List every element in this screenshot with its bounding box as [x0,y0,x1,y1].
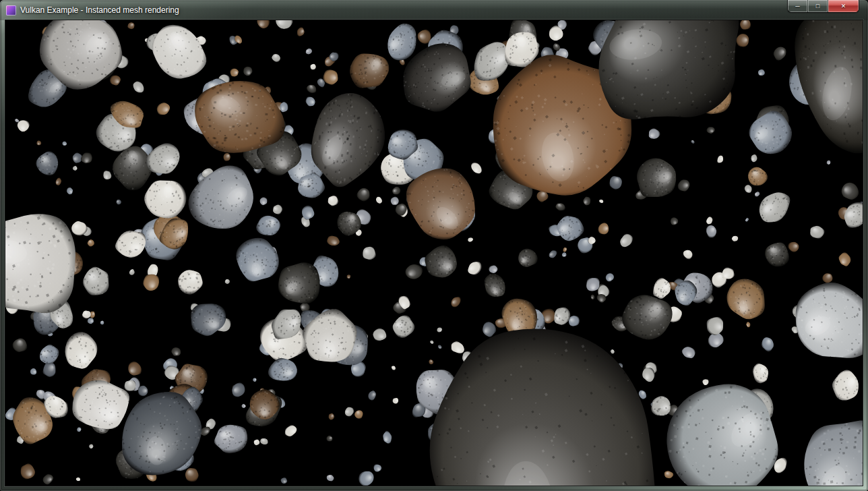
title-bar-left: Vulkan Example - Instanced mesh renderin… [0,5,179,16]
close-button[interactable]: ✕ [828,0,859,12]
render-viewport[interactable] [5,20,863,486]
window-controls: ─ □ ✕ [788,0,859,12]
minimize-button[interactable]: ─ [788,0,807,12]
app-icon [6,5,16,16]
viewport-frame [5,20,863,486]
app-window: Vulkan Example - Instanced mesh renderin… [0,0,868,491]
maximize-icon: □ [816,3,819,9]
close-icon: ✕ [841,3,846,9]
maximize-button[interactable]: □ [808,0,828,12]
window-title: Vulkan Example - Instanced mesh renderin… [20,5,179,15]
title-bar[interactable]: Vulkan Example - Instanced mesh renderin… [0,0,868,20]
minimize-icon: ─ [795,3,799,9]
